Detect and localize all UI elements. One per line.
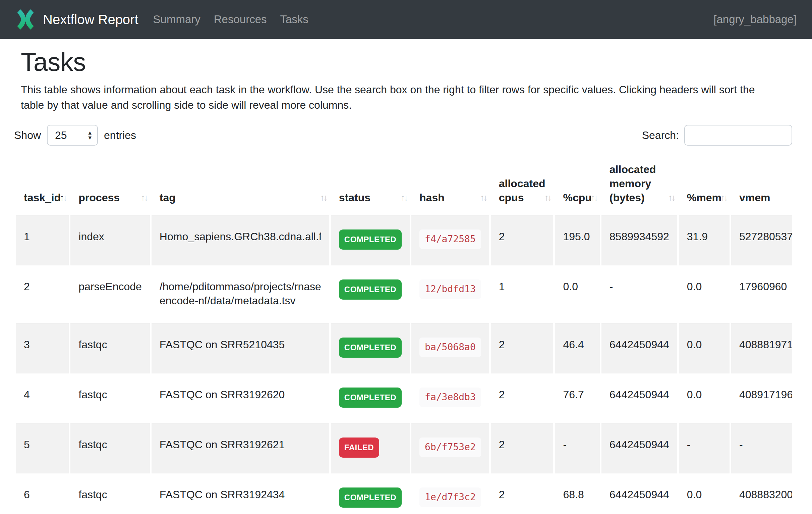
cell-task_id: 4	[16, 373, 69, 423]
cell-status: COMPLETED	[331, 373, 410, 423]
column-label: status	[339, 192, 371, 204]
sort-desc-icon: ↓	[144, 193, 147, 202]
cell-status: COMPLETED	[331, 265, 410, 323]
cell-allocated_memory_bytes: 6442450944	[602, 423, 677, 473]
column-label: %mem	[687, 192, 722, 204]
column-header-hash[interactable]: hash↑↓	[411, 154, 489, 215]
cell-process: fastqc	[70, 473, 150, 514]
cell-process: fastqc	[70, 373, 150, 423]
cell-tag: FASTQC on SRR3192620	[151, 373, 329, 423]
sort-desc-icon: ↓	[483, 193, 487, 202]
nav-link-tasks[interactable]: Tasks	[280, 13, 308, 26]
cell-pct_cpu: 76.7	[555, 373, 600, 423]
table-row: 6fastqcFASTQC on SRR3192434COMPLETED1e/d…	[16, 473, 792, 514]
cell-hash: ba/5068a0	[411, 323, 489, 373]
column-header-task_id[interactable]: task_id↑↓	[16, 154, 69, 215]
cell-process: fastqc	[70, 323, 150, 373]
cell-status: COMPLETED	[331, 323, 410, 373]
cell-tag: Homo_sapiens.GRCh38.cdna.all.fa.gz	[151, 215, 329, 265]
sort-icons: ↑↓	[141, 191, 147, 205]
page-length-select[interactable]: 25 ▲ ▼	[47, 125, 98, 145]
table-row: 3fastqcFASTQC on SRR5210435COMPLETEDba/5…	[16, 323, 792, 373]
cell-status: FAILED	[331, 423, 410, 473]
cell-pct_cpu: -	[555, 423, 600, 473]
run-name: [angry_babbage]	[714, 13, 796, 26]
cell-task_id: 2	[16, 265, 69, 323]
column-header-pct_cpu[interactable]: %cpu↑↓	[555, 154, 600, 215]
tasks-table: task_id↑↓process↑↓tag↑↓status↑↓hash↑↓all…	[14, 154, 792, 514]
cell-allocated_cpus: 2	[491, 215, 553, 265]
cell-hash: fa/3e8db3	[411, 373, 489, 423]
cell-hash: f4/a72585	[411, 215, 489, 265]
column-label: allocated memory (bytes)	[609, 163, 656, 204]
cell-pct_mem: 0.0	[679, 323, 729, 373]
sort-asc-icon: ↑	[320, 193, 323, 202]
navbar: Nextflow Report Summary Resources Tasks …	[0, 0, 812, 39]
column-header-status[interactable]: status↑↓	[331, 154, 410, 215]
column-header-allocated_memory_bytes[interactable]: allocated memory (bytes)↑↓	[602, 154, 677, 215]
sort-icons: ↑↓	[60, 191, 66, 205]
sort-asc-icon: ↑	[591, 193, 594, 202]
sort-icons: ↑↓	[721, 191, 727, 205]
column-header-tag[interactable]: tag↑↓	[151, 154, 329, 215]
sort-icons: ↑↓	[544, 191, 551, 205]
cell-allocated_memory_bytes: -	[602, 265, 677, 323]
nav-link-summary[interactable]: Summary	[153, 13, 201, 26]
page-title: Tasks	[21, 48, 791, 77]
cell-task_id: 1	[16, 215, 69, 265]
table-scroll-area[interactable]: task_id↑↓process↑↓tag↑↓status↑↓hash↑↓all…	[14, 154, 792, 514]
cell-pct_mem: 0.0	[679, 265, 729, 323]
cell-tag: FASTQC on SRR3192621	[151, 423, 329, 473]
sort-asc-icon: ↑	[401, 193, 404, 202]
sort-asc-icon: ↑	[668, 193, 671, 202]
column-header-pct_mem[interactable]: %mem↑↓	[679, 154, 729, 215]
cell-allocated_memory_bytes: 6442450944	[602, 373, 677, 423]
nav-link-resources[interactable]: Resources	[214, 13, 267, 26]
hash-code: 12/bdfd13	[419, 279, 481, 299]
column-label: vmem	[739, 192, 771, 204]
page-length-value: 25	[55, 129, 67, 142]
column-header-allocated_cpus[interactable]: allocated cpus↑↓	[491, 154, 553, 215]
status-badge: COMPLETED	[339, 487, 402, 508]
search-label: Search:	[642, 129, 679, 142]
cell-vmem: 17960960	[731, 265, 792, 323]
cell-pct_mem: 0.0	[679, 473, 729, 514]
cell-tag: FASTQC on SRR5210435	[151, 323, 329, 373]
column-label: tag	[160, 192, 176, 204]
cell-status: COMPLETED	[331, 473, 410, 514]
cell-process: parseEncode	[70, 265, 150, 323]
column-header-process[interactable]: process↑↓	[70, 154, 150, 215]
column-label: hash	[419, 192, 444, 204]
cell-vmem: 4089171968	[731, 373, 792, 423]
cell-task_id: 3	[16, 323, 69, 373]
table-row: 1indexHomo_sapiens.GRCh38.cdna.all.fa.gz…	[16, 215, 792, 265]
cell-pct_mem: 0.0	[679, 373, 729, 423]
cell-allocated_cpus: 2	[491, 323, 553, 373]
hash-code: f4/a72585	[419, 229, 481, 249]
select-stepper-icon: ▲ ▼	[87, 130, 92, 140]
hash-code: 6b/f753e2	[419, 437, 481, 457]
sort-asc-icon: ↑	[480, 193, 484, 202]
cell-pct_cpu: 0.0	[555, 265, 600, 323]
status-badge: COMPLETED	[339, 279, 402, 300]
status-badge: FAILED	[339, 437, 379, 458]
column-label: allocated cpus	[499, 178, 546, 204]
cell-allocated_cpus: 1	[491, 265, 553, 323]
sort-asc-icon: ↑	[544, 193, 548, 202]
status-badge: COMPLETED	[339, 337, 402, 358]
cell-pct_mem: 31.9	[679, 215, 729, 265]
brand-title[interactable]: Nextflow Report	[43, 12, 139, 27]
search-input[interactable]	[684, 125, 792, 145]
cell-allocated_memory_bytes: 8589934592	[602, 215, 677, 265]
cell-pct_cpu: 46.4	[555, 323, 600, 373]
column-header-vmem[interactable]: vmem↑↓	[731, 154, 792, 215]
cell-pct_cpu: 68.8	[555, 473, 600, 514]
cell-tag: FASTQC on SRR3192434	[151, 473, 329, 514]
tag-text: FASTQC on SRR3192620	[160, 387, 321, 402]
hash-code: fa/3e8db3	[419, 387, 481, 407]
cell-vmem: 4088832000	[731, 473, 792, 514]
sort-desc-icon: ↓	[724, 193, 727, 202]
sort-icons: ↑↓	[401, 191, 407, 205]
cell-pct_mem: -	[679, 423, 729, 473]
cell-allocated_cpus: 2	[491, 473, 553, 514]
